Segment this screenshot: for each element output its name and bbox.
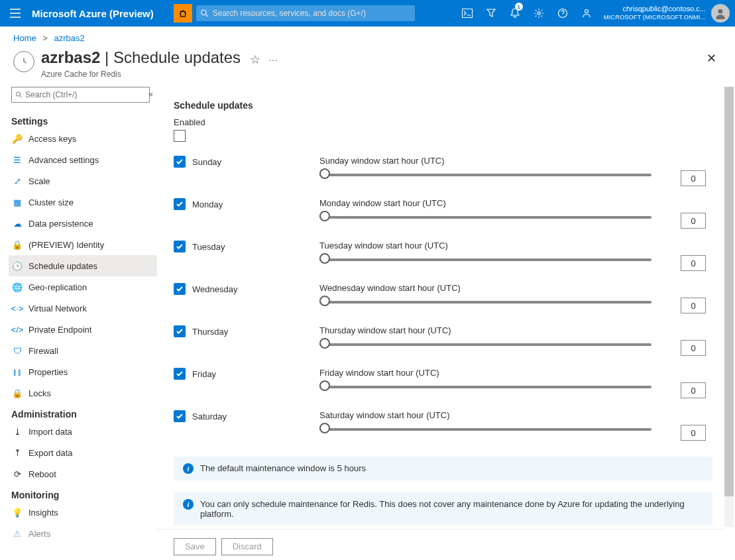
sidebar-search[interactable]	[11, 87, 150, 103]
sidebar-item-persistence[interactable]: ☁Data persistence	[9, 213, 157, 234]
slider-thumb[interactable]	[319, 211, 330, 221]
global-search[interactable]	[196, 5, 415, 21]
notifications-icon[interactable]: 1	[503, 0, 527, 27]
day-checkbox[interactable]	[174, 156, 186, 168]
enabled-checkbox[interactable]	[174, 130, 186, 142]
sidebar-item-insights[interactable]: 💡Insights	[9, 502, 157, 523]
insights-icon: 💡	[11, 508, 23, 518]
slider-thumb[interactable]	[319, 423, 330, 433]
identity-icon: 🔒	[11, 240, 23, 250]
day-row: Saturday Saturday window start hour (UTC…	[174, 410, 712, 441]
enabled-label: Enabled	[174, 117, 712, 127]
more-actions-icon[interactable]: ···	[268, 54, 278, 65]
brand-label[interactable]: Microsoft Azure (Preview)	[25, 8, 160, 19]
hour-value-input[interactable]: 0	[681, 382, 706, 398]
sidebar-item-import[interactable]: ⤓Import data	[9, 421, 157, 442]
sidebar-item-identity[interactable]: 🔒(PREVIEW) Identity	[9, 234, 157, 255]
day-checkbox[interactable]	[174, 410, 186, 422]
day-checkbox[interactable]	[174, 325, 186, 337]
sidebar-item-alerts[interactable]: ⚠Alerts	[9, 523, 157, 544]
day-name: Wednesday	[192, 284, 237, 294]
feedback-icon[interactable]	[575, 0, 598, 27]
sidebar-item-vnet[interactable]: <·>Virtual Network	[9, 298, 157, 319]
info-icon: i	[183, 499, 194, 510]
day-row: Monday Monday window start hour (UTC) 0	[174, 198, 712, 229]
hour-slider[interactable]	[319, 386, 651, 388]
scrollbar-thumb[interactable]	[724, 87, 734, 496]
slider-label: Thursday window start hour (UTC)	[319, 325, 673, 335]
sidebar-search-input[interactable]	[25, 90, 146, 99]
day-checkbox[interactable]	[174, 283, 186, 295]
user-email: chrisqpublic@contoso.c...	[604, 5, 706, 13]
hour-value-input[interactable]: 0	[681, 298, 706, 313]
cloud-icon: ☁	[11, 219, 23, 229]
sidebar-item-export[interactable]: ⤒Export data	[9, 442, 157, 463]
settings-icon[interactable]	[527, 0, 551, 27]
day-checkbox[interactable]	[174, 368, 186, 380]
slider-label: Sunday window start hour (UTC)	[319, 156, 673, 166]
sidebar-item-locks[interactable]: 🔒Locks	[9, 382, 157, 404]
slider-thumb[interactable]	[319, 296, 330, 306]
day-name: Monday	[192, 199, 223, 209]
slider-thumb[interactable]	[319, 168, 330, 179]
hour-value-input[interactable]: 0	[681, 255, 706, 271]
content-heading: Schedule updates	[174, 100, 712, 111]
slider-thumb[interactable]	[319, 338, 330, 349]
hour-value-input[interactable]: 0	[681, 340, 706, 356]
day-row: Tuesday Tuesday window start hour (UTC) …	[174, 241, 712, 271]
day-row: Sunday Sunday window start hour (UTC) 0	[174, 156, 712, 186]
day-name: Friday	[192, 369, 216, 379]
user-account[interactable]: chrisqpublic@contoso.c... MICROSOFT (MIC…	[598, 5, 711, 22]
favorite-icon[interactable]: ☆	[250, 52, 260, 67]
day-checkbox[interactable]	[174, 198, 186, 210]
clock-icon: 🕒	[11, 261, 23, 271]
sidebar-item-reboot[interactable]: ⟳Reboot	[9, 463, 157, 484]
hour-slider[interactable]	[319, 216, 651, 219]
collapse-sidebar-icon[interactable]: «	[148, 89, 153, 99]
page-title: azrbas2 | Schedule updates	[41, 48, 241, 67]
hour-slider[interactable]	[319, 174, 651, 176]
slider-thumb[interactable]	[319, 253, 330, 264]
day-checkbox[interactable]	[174, 241, 186, 252]
breadcrumb: Home > azrbas2	[0, 27, 735, 46]
preview-bug-icon[interactable]	[174, 4, 192, 23]
svg-point-1	[201, 10, 205, 15]
hour-slider[interactable]	[319, 301, 651, 304]
avatar[interactable]	[711, 4, 730, 23]
hour-slider[interactable]	[319, 343, 651, 346]
shield-icon: 🛡	[11, 346, 23, 356]
hour-value-input[interactable]: 0	[681, 213, 706, 229]
scrollbar[interactable]	[724, 87, 734, 527]
hour-value-input[interactable]: 0	[681, 170, 706, 186]
sidebar-item-private-endpoint[interactable]: </>Private Endpoint	[9, 319, 157, 340]
svg-point-6	[718, 9, 723, 14]
sidebar-item-cluster[interactable]: ▦Cluster size	[9, 192, 157, 213]
sidebar-item-advanced[interactable]: ☰Advanced settings	[9, 149, 157, 170]
breadcrumb-home[interactable]: Home	[13, 33, 36, 43]
sidebar-item-scale[interactable]: ⤢Scale	[9, 170, 157, 192]
global-search-input[interactable]	[213, 9, 411, 18]
close-blade-icon[interactable]: ✕	[707, 48, 716, 66]
discard-button[interactable]: Discard	[221, 538, 273, 555]
sidebar-item-properties[interactable]: ⫿⫿Properties	[9, 361, 157, 382]
alerts-icon: ⚠	[11, 529, 23, 539]
hour-value-input[interactable]: 0	[681, 425, 706, 441]
directory-filter-icon[interactable]	[479, 0, 503, 27]
save-button[interactable]: Save	[174, 538, 216, 555]
sidebar-item-access-keys[interactable]: 🔑Access keys	[9, 128, 157, 149]
sidebar-item-schedule-updates[interactable]: 🕒Schedule updates	[9, 255, 157, 276]
hour-slider[interactable]	[319, 258, 651, 261]
slider-thumb[interactable]	[319, 380, 330, 391]
sidebar-item-firewall[interactable]: 🛡Firewall	[9, 340, 157, 361]
menu-button[interactable]	[5, 9, 25, 18]
help-icon[interactable]	[551, 0, 575, 27]
scale-icon: ⤢	[11, 176, 23, 186]
breadcrumb-current[interactable]: azrbas2	[54, 33, 85, 43]
cloud-shell-icon[interactable]	[455, 0, 479, 27]
sidebar-item-geo[interactable]: 🌐Geo-replication	[9, 276, 157, 298]
section-administration: Administration	[11, 404, 157, 421]
hour-slider[interactable]	[319, 428, 651, 431]
user-tenant: MICROSOFT (MICROSOFT.ONMI...	[604, 13, 706, 22]
slider-label: Saturday window start hour (UTC)	[319, 410, 673, 420]
resource-type-icon	[13, 51, 34, 72]
